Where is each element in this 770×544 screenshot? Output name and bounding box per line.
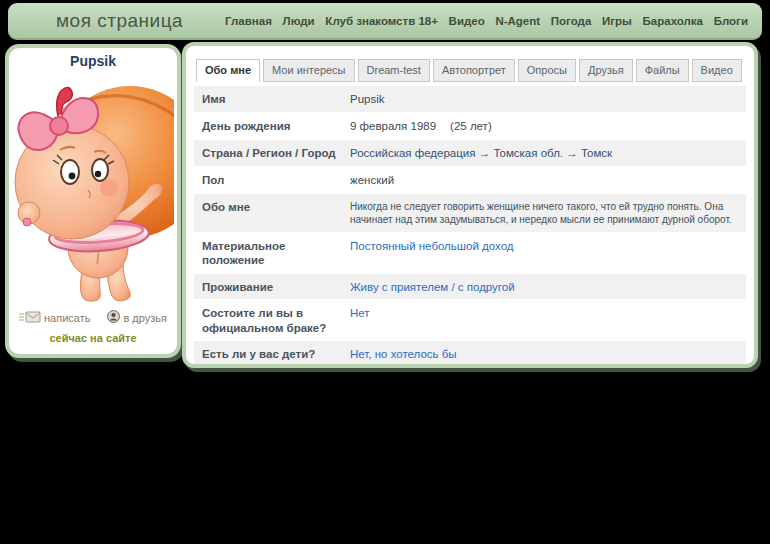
envelope-icon — [19, 311, 41, 325]
field-extra: (25 лет) — [450, 120, 492, 132]
field-text: Никогда не следует говорить женщине ниче… — [350, 200, 738, 227]
field-label: Проживание — [202, 279, 350, 294]
field-label: Материальное положение — [202, 238, 350, 268]
profile-row: Материальное положениеПостоянный небольш… — [194, 233, 746, 274]
field-value: 9 февраля 1989(25 лет) — [350, 118, 738, 134]
field-value: Постоянный небольшой доход — [350, 238, 738, 254]
nav-item-3[interactable]: Клуб знакомств 18+ — [325, 15, 438, 27]
field-label: Страна / Регион / Город — [202, 145, 350, 160]
write-message-link[interactable]: написать — [19, 311, 90, 325]
profile-row: День рождения9 февраля 1989(25 лет) — [194, 113, 746, 140]
nav-item-6[interactable]: Погода — [551, 15, 592, 27]
profile-row: ИмяPupsik — [194, 86, 746, 113]
profile-name: Pupsik — [70, 53, 116, 69]
tab-8[interactable]: Видео — [692, 59, 742, 82]
field-label: День рождения — [202, 118, 350, 133]
page-title: моя страница — [56, 10, 183, 32]
profile-photo — [12, 70, 174, 308]
field-value: женский — [350, 172, 738, 188]
cartoon-baby-illustration — [12, 70, 174, 308]
field-text: Pupsik — [350, 93, 385, 105]
field-label: Пол — [202, 172, 350, 187]
field-value: Живу с приятелем / с подругой — [350, 279, 738, 295]
field-text: женский — [350, 174, 394, 186]
field-value: Pupsik — [350, 91, 738, 107]
add-friend-icon — [107, 310, 120, 325]
field-link[interactable]: Нет — [350, 307, 370, 319]
nav-menu: ГлавнаяЛюдиКлуб знакомств 18+ВидеоN-Agen… — [225, 15, 748, 27]
field-label: Обо мне — [202, 199, 350, 214]
profile-table: ИмяPupsikДень рождения9 февраля 1989(25 … — [194, 86, 746, 368]
profile-row: Страна / Регион / ГородРоссийская федера… — [194, 140, 746, 167]
tab-2[interactable]: Мои интересы — [263, 59, 355, 82]
field-label: Имя — [202, 91, 350, 106]
nav-item-1[interactable]: Главная — [225, 15, 272, 27]
profile-actions: написать в друзья — [9, 310, 177, 325]
tab-5[interactable]: Опросы — [518, 59, 576, 82]
profile-row: Состоите ли вы в официальном браке?Нет — [194, 300, 746, 341]
profile-row: ПроживаниеЖиву с приятелем / с подругой — [194, 274, 746, 301]
profile-row: Есть ли у вас дети?Нет, но хотелось бы — [194, 341, 746, 368]
tab-7[interactable]: Файлы — [636, 59, 689, 82]
tab-6[interactable]: Друзья — [579, 59, 633, 82]
field-label: Есть ли у вас дети? — [202, 346, 350, 361]
nav-item-4[interactable]: Видео — [449, 15, 485, 27]
tab-4[interactable]: Автопортрет — [433, 59, 515, 82]
add-friend-label: в друзья — [123, 312, 167, 324]
tab-3[interactable]: Dream-test — [358, 59, 430, 82]
tab-1[interactable]: Обо мне — [196, 59, 260, 82]
online-status: сейчас на сайте — [49, 332, 136, 344]
field-value: Никогда не следует говорить женщине ниче… — [350, 199, 738, 227]
nav-item-7[interactable]: Игры — [602, 15, 632, 27]
field-link[interactable]: Живу с приятелем / с подругой — [350, 281, 515, 293]
profile-row: Полженский — [194, 167, 746, 194]
profile-tabs: Обо мнеМои интересыDream-testАвтопортрет… — [196, 59, 746, 82]
field-text: 9 февраля 1989 — [350, 120, 436, 132]
field-value: Нет — [350, 305, 738, 321]
profile-main-panel: Обо мнеМои интересыDream-testАвтопортрет… — [182, 42, 758, 368]
profile-card: Pupsik — [5, 44, 181, 358]
field-value: Нет, но хотелось бы — [350, 346, 738, 362]
top-navbar: моя страница ГлавнаяЛюдиКлуб знакомств 1… — [8, 3, 762, 40]
field-link[interactable]: Нет, но хотелось бы — [350, 348, 457, 360]
nav-item-5[interactable]: N-Agent — [495, 15, 540, 27]
nav-item-9[interactable]: Блоги — [714, 15, 748, 27]
write-message-label: написать — [44, 312, 90, 324]
profile-row: Обо мнеНикогда не следует говорить женщи… — [194, 194, 746, 233]
field-text: Российская федерация → Томская обл. → То… — [350, 147, 612, 159]
field-link[interactable]: Постоянный небольшой доход — [350, 240, 514, 252]
field-label: Состоите ли вы в официальном браке? — [202, 305, 350, 335]
add-friend-link[interactable]: в друзья — [107, 310, 167, 325]
nav-item-8[interactable]: Барахолка — [643, 15, 703, 27]
nav-item-2[interactable]: Люди — [283, 15, 315, 27]
field-value: Российская федерация → Томская обл. → То… — [350, 145, 738, 161]
